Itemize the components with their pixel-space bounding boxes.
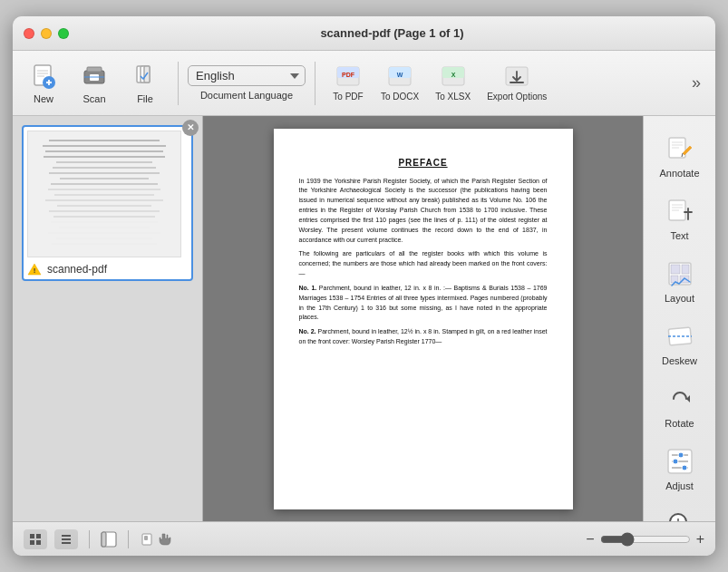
svg-point-46 — [678, 452, 684, 458]
svg-rect-38 — [682, 265, 689, 274]
doc-body: In 1939 the Yorkshire Parish Register So… — [299, 177, 548, 348]
adjust-label: Adjust — [665, 480, 694, 491]
toolbar: New Scan — [13, 51, 715, 116]
hand-tool[interactable] — [158, 532, 172, 547]
svg-text:!: ! — [34, 267, 36, 275]
svg-rect-8 — [87, 67, 102, 72]
content-area: PREFACE In 1939 the Yorkshire Parish Reg… — [203, 116, 643, 521]
scan-button[interactable]: Scan — [71, 59, 118, 108]
annotate-button[interactable]: Annotate — [649, 127, 711, 184]
titlebar: scanned-pdf (Page 1 of 1) — [13, 16, 715, 51]
thumb-name: scanned-pdf — [47, 263, 107, 276]
file-button[interactable]: File — [121, 59, 169, 108]
todocx-label: To DOCX — [381, 92, 419, 102]
svg-rect-57 — [30, 540, 34, 545]
svg-point-48 — [673, 459, 678, 464]
deskew-button[interactable]: Deskew — [649, 315, 711, 372]
zoom-slider[interactable] — [600, 532, 691, 547]
annotate-label: Annotate — [659, 168, 699, 179]
doc-item1-label: No. 1. — [299, 285, 317, 291]
svg-rect-24 — [510, 82, 524, 83]
doc-item2: No. 2. Parchment, bound in leather, 12½ … — [299, 327, 548, 347]
file-icon — [131, 63, 160, 92]
svg-marker-43 — [686, 395, 690, 402]
bottom-bar: − + — [13, 521, 715, 556]
bottom-sep1 — [89, 530, 90, 548]
language-select[interactable]: English German French Spanish Italian — [188, 65, 306, 86]
to-pdf-button[interactable]: PDF To PDF — [325, 62, 372, 105]
doc-para1: In 1939 the Yorkshire Parish Register So… — [299, 177, 548, 246]
export-group: PDF To PDF W To DOCX — [325, 62, 554, 105]
zoom-out-button[interactable]: − — [586, 531, 594, 548]
close-button[interactable] — [24, 28, 34, 39]
adjust-button[interactable]: Adjust — [649, 440, 711, 497]
zoom-controls: − + — [586, 531, 704, 548]
window-title: scanned-pdf (Page 1 of 1) — [80, 26, 704, 40]
magnify-icon — [664, 508, 696, 521]
language-group: English German French Spanish Italian Do… — [188, 65, 306, 101]
adjust-icon — [664, 445, 696, 478]
scan-icon — [80, 63, 109, 92]
svg-rect-37 — [671, 265, 680, 274]
svg-rect-39 — [671, 276, 678, 283]
overflow-button[interactable]: » — [684, 70, 708, 96]
doc-item2-label: No. 2. — [299, 328, 316, 334]
text-button[interactable]: Text — [649, 189, 711, 247]
main-window: scanned-pdf (Page 1 of 1) New — [13, 16, 715, 556]
doc-title: PREFACE — [299, 156, 548, 170]
svg-rect-55 — [30, 534, 34, 538]
thumbnail-item[interactable]: ✕ — [22, 125, 193, 281]
doc-item1: No. 1. Parchment, bound in leather, 12 i… — [299, 284, 548, 323]
right-toolbar: Annotate Text — [643, 116, 715, 521]
rotate-label: Rotate — [665, 418, 694, 429]
to-xlsx-button[interactable]: X To XLSX — [428, 62, 478, 105]
sidebar-toggle[interactable] — [101, 531, 117, 548]
pdf-icon: PDF — [334, 65, 363, 91]
svg-text:PDF: PDF — [342, 72, 355, 78]
toxlsx-label: To XLSX — [435, 92, 471, 102]
traffic-lights — [24, 28, 69, 39]
svg-point-50 — [682, 465, 687, 470]
doc-item2-text: Parchment, bound in leather, 12½ in. x 8… — [299, 328, 548, 344]
maximize-button[interactable] — [58, 28, 69, 39]
page-nav — [140, 532, 172, 547]
text-label: Text — [670, 230, 688, 241]
docx-icon: W — [385, 65, 414, 91]
grid-view-button[interactable] — [24, 529, 47, 549]
svg-rect-58 — [36, 540, 41, 545]
doc-para2: The following are particulars of all the… — [299, 249, 548, 279]
new-icon — [29, 63, 58, 92]
layout-button[interactable]: Layout — [649, 252, 711, 309]
svg-rect-63 — [102, 532, 106, 547]
document-page: PREFACE In 1939 the Yorkshire Parish Reg… — [274, 129, 573, 509]
sep1 — [178, 62, 179, 105]
scan-label: Scan — [83, 93, 105, 104]
layout-label: Layout — [665, 293, 694, 304]
rotate-icon — [664, 383, 696, 415]
export-options-button[interactable]: Export Options — [480, 62, 554, 105]
text-icon — [664, 195, 696, 228]
lang-label: Document Language — [200, 90, 293, 101]
list-view-button[interactable] — [54, 529, 78, 549]
scroll-indicator — [140, 532, 154, 547]
rotate-button[interactable]: Rotate — [649, 377, 711, 434]
thumb-close-button[interactable]: ✕ — [182, 120, 199, 136]
bottom-sep2 — [128, 530, 129, 548]
main-area: ✕ — [13, 116, 715, 521]
to-docx-button[interactable]: W To DOCX — [374, 62, 426, 105]
magnify-button[interactable]: Magnify — [649, 502, 711, 521]
sep2 — [315, 62, 315, 105]
zoom-in-button[interactable]: + — [696, 531, 704, 548]
thumbnail-sidebar: ✕ — [13, 116, 203, 521]
thumbnail-image — [27, 131, 181, 257]
deskew-icon — [664, 320, 696, 353]
export-icon — [502, 65, 531, 91]
file-label: File — [137, 93, 153, 104]
svg-rect-61 — [62, 542, 71, 544]
svg-rect-56 — [36, 534, 41, 538]
new-button[interactable]: New — [20, 59, 67, 108]
minimize-button[interactable] — [41, 28, 52, 39]
annotate-icon — [664, 132, 696, 165]
new-label: New — [34, 93, 53, 104]
xlsx-icon: X — [439, 65, 468, 91]
